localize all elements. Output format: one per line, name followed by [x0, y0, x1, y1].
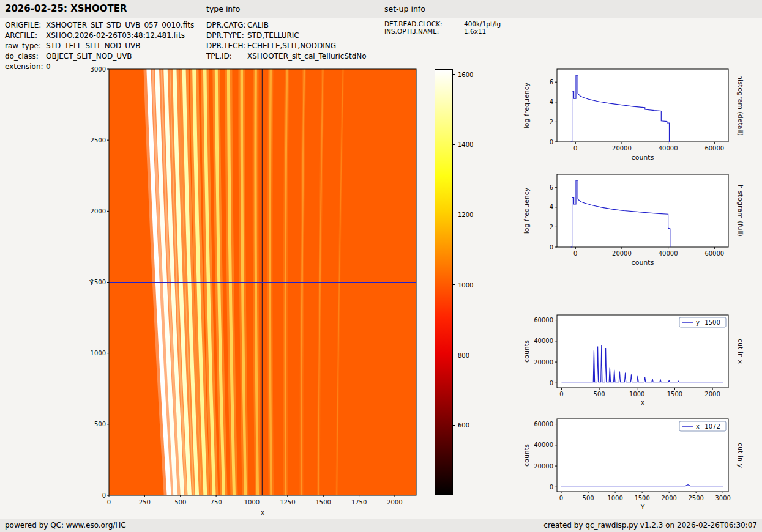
colorbar-tick-mark [453, 284, 455, 285]
legend-label: x=1072 [696, 423, 720, 430]
x-tick-label: 1500 [316, 499, 331, 506]
y-tick-label: 500 [94, 421, 106, 427]
x-tick-label: 2000 [387, 499, 402, 506]
colorbar-tick-label: 1600 [458, 71, 473, 78]
x-tick-label: 2500 [688, 495, 703, 501]
field-value: XSHOOTER_SLT_STD_UVB_057_0010.fits [46, 20, 194, 31]
y-tick-label: 0 [550, 484, 553, 490]
raw-image-panel: 0250500750100012501500175020000500100015… [86, 64, 428, 532]
metadata-row: ARCFILE:XSHOO.2026-02-26T03:48:12.481.fi… [5, 31, 194, 41]
y-tick-label: 0 [550, 380, 553, 386]
y-tick-label: 40000 [534, 441, 553, 448]
field-label: raw_type: [5, 41, 46, 51]
x-tick-label: 20000 [612, 250, 632, 257]
metadata-setup-block: DET.READ.CLOCK:400k/1pt/lgINS.OPTI3.NAME… [384, 20, 501, 35]
cut-in-x-panel: 05001000150020000200004000060000Xcountsc… [519, 312, 747, 416]
metadata-row: do_class:OBJECT_SLIT_NOD_UVB [5, 51, 194, 62]
cut-in-x-canvas: 05001000150020000200004000060000Xcountsc… [519, 312, 747, 416]
metadata-row: DPR.TECH:ECHELLE,SLIT,NODDING [206, 41, 367, 51]
metadata-row: DPR.TYPE:STD,TELLURIC [206, 31, 367, 41]
footer-powered-by: powered by QC: www.eso.org/HC [5, 519, 126, 532]
y-tick-label: 3000 [91, 66, 106, 73]
x-tick-label: 40000 [659, 250, 678, 257]
y-tick-label: 6 [550, 184, 553, 191]
x-tick-label: 1500 [667, 391, 682, 397]
x-tick-label: 500 [174, 499, 186, 506]
colorbar-tick-mark [453, 425, 455, 426]
field-label: DPR.CATG: [206, 20, 247, 31]
header-bar: 2026-02-25: XSHOOTER type info set-up in… [0, 0, 762, 18]
x-tick-label: 750 [211, 499, 222, 506]
field-value: OBJECT_SLIT_NOD_UVB [46, 51, 132, 62]
x-tick-label: 1000 [244, 499, 260, 506]
x-axis-label: counts [632, 153, 654, 161]
setup-info-heading: set-up info [384, 4, 425, 13]
x-tick-label: 1000 [607, 495, 622, 501]
metadata-row: INS.OPTI3.NAME:1.6x11 [384, 28, 501, 35]
x-tick-label: 500 [594, 391, 605, 397]
field-value: STD,TELLURIC [247, 31, 299, 41]
colorbar-tick-label: 800 [458, 352, 469, 358]
histogram-full-panel: 02000040000600000246countslog frequencyh… [519, 171, 747, 275]
x-tick-label: 60000 [704, 250, 724, 257]
y-tick-label: 2 [550, 119, 553, 125]
x-tick-label: 2000 [704, 391, 720, 397]
field-label: ORIGFILE: [5, 20, 46, 31]
x-axis-label: Y [640, 503, 645, 511]
y-tick-label: 60000 [534, 421, 553, 427]
metadata-row: DET.READ.CLOCK:400k/1pt/lg [384, 20, 501, 28]
x-tick-label: 0 [559, 495, 563, 501]
colorbar-tick-mark [453, 355, 455, 355]
field-value: CALIB [247, 20, 269, 31]
metadata-type-block: DPR.CATG:CALIBDPR.TYPE:STD,TELLURICDPR.T… [206, 20, 367, 62]
y-tick-label: 40000 [534, 338, 553, 344]
y-axis-label: Y [89, 279, 94, 287]
legend-label: y=1500 [696, 319, 720, 326]
footer-bar: powered by QC: www.eso.org/HC created by… [0, 519, 762, 532]
field-label: TPL.ID: [206, 51, 247, 62]
x-axis-label: counts [632, 259, 654, 267]
field-label: INS.OPTI3.NAME: [384, 28, 464, 35]
y-tick-label: 0 [550, 139, 553, 146]
x-tick-label: 250 [139, 499, 151, 506]
x-tick-label: 1250 [280, 499, 295, 506]
colorbar-tick-mark [453, 144, 455, 145]
side-label: cut in y [736, 443, 744, 468]
footer-created-by: created by qc_rawdisp.py v1.2.3 on 2026-… [543, 519, 757, 532]
y-axis-label: counts [523, 444, 531, 467]
y-tick-label: 0 [102, 492, 106, 499]
x-axis-label: X [640, 399, 645, 407]
y-tick-label: 2500 [91, 137, 106, 144]
x-tick-label: 0 [573, 145, 577, 152]
metadata-row: DPR.CATG:CALIB [206, 20, 367, 31]
side-label: histogram (detail) [736, 75, 744, 136]
field-label: DET.READ.CLOCK: [384, 20, 464, 28]
x-tick-label: 0 [107, 499, 111, 506]
histogram-detail-panel: 02000040000600000246countslog frequencyh… [519, 66, 747, 170]
field-value: 0 [46, 62, 51, 72]
field-label: extension: [5, 62, 46, 72]
colorbar-tick-label: 1400 [458, 141, 473, 148]
x-tick-label: 20000 [612, 145, 632, 152]
x-tick-label: 40000 [659, 145, 678, 152]
field-label: DPR.TECH: [206, 41, 247, 51]
y-tick-label: 4 [550, 98, 553, 105]
y-tick-label: 20000 [534, 359, 553, 366]
field-value: XSHOOTER_slt_cal_TelluricStdNo [247, 51, 367, 62]
y-tick-label: 0 [550, 244, 553, 251]
field-value: XSHOO.2026-02-26T03:48:12.481.fits [46, 31, 185, 41]
field-value: 400k/1pt/lg [464, 20, 501, 28]
x-tick-label: 2000 [661, 495, 676, 501]
page-title: 2026-02-25: XSHOOTER [5, 3, 127, 14]
x-tick-label: 0 [573, 250, 577, 257]
x-axis-label: X [260, 509, 265, 517]
y-axis-label: log frequency [523, 82, 531, 128]
histogram_detail-frame [557, 69, 728, 142]
field-label: DPR.TYPE: [206, 31, 247, 41]
metadata-row: raw_type:STD_TELL_SLIT_NOD_UVB [5, 41, 194, 51]
x-tick-label: 3000 [715, 495, 730, 501]
histogram-full-canvas: 02000040000600000246countslog frequencyh… [519, 171, 747, 275]
y-tick-label: 2 [550, 224, 553, 231]
y-tick-label: 20000 [534, 463, 553, 470]
colorbar-panel: 6008001000120014001600 [430, 64, 509, 532]
